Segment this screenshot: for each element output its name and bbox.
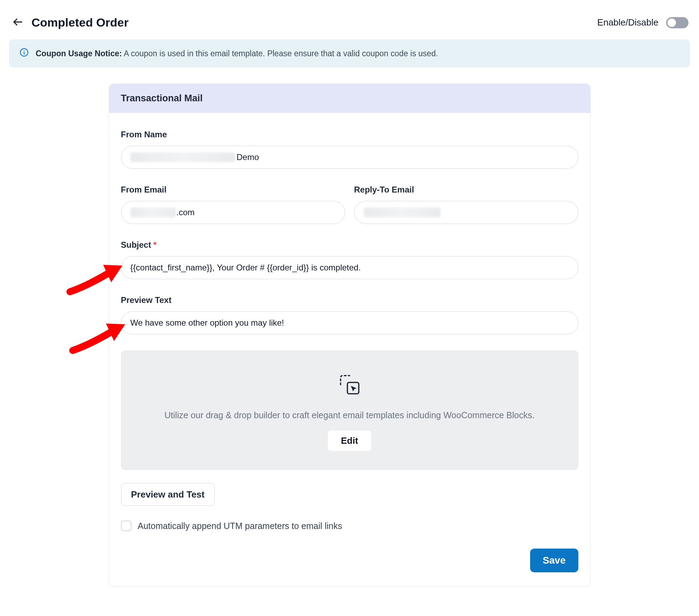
enable-disable-label: Enable/Disable [597, 17, 658, 28]
info-icon [20, 48, 29, 59]
drag-drop-builder-icon [336, 371, 363, 400]
utm-checkbox-label: Automatically append UTM parameters to e… [138, 521, 342, 531]
transactional-mail-card: Transactional Mail From Name Demo From E… [109, 84, 591, 587]
from-name-label: From Name [121, 130, 578, 139]
from-name-input[interactable]: Demo [121, 146, 578, 169]
svg-point-3 [24, 50, 24, 51]
preview-text-input[interactable] [121, 311, 578, 334]
from-email-input[interactable]: .com [121, 201, 345, 224]
preview-and-test-button[interactable]: Preview and Test [121, 483, 215, 506]
annotation-arrow-icon [66, 259, 122, 297]
coupon-usage-notice: Coupon Usage Notice: A coupon is used in… [9, 39, 690, 67]
notice-text: Coupon Usage Notice: A coupon is used in… [36, 49, 438, 58]
redacted-text [364, 208, 441, 217]
utm-checkbox[interactable] [121, 521, 131, 531]
preview-text-label: Preview Text [121, 295, 578, 305]
subject-input[interactable] [121, 256, 578, 279]
enable-disable-toggle[interactable] [666, 17, 689, 28]
reply-to-input[interactable] [354, 201, 578, 224]
builder-description: Utilize our drag & drop builder to craft… [164, 410, 534, 420]
card-title: Transactional Mail [109, 84, 590, 113]
arrow-left-icon [12, 16, 24, 29]
back-button[interactable] [10, 15, 25, 30]
annotation-arrow-icon [69, 317, 125, 356]
page-header: Completed Order Enable/Disable [9, 10, 690, 39]
from-email-label: From Email [121, 185, 345, 195]
template-builder-box: Utilize our drag & drop builder to craft… [121, 350, 578, 470]
notice-message: A coupon is used in this email template.… [122, 49, 438, 58]
redacted-text [130, 152, 235, 162]
save-button[interactable]: Save [530, 549, 578, 572]
from-email-suffix: .com [177, 208, 195, 217]
page-title: Completed Order [31, 16, 129, 29]
edit-template-button[interactable]: Edit [327, 430, 372, 451]
subject-label: Subject* [121, 240, 578, 250]
notice-prefix: Coupon Usage Notice: [36, 49, 122, 58]
from-name-suffix: Demo [237, 152, 259, 162]
reply-to-label: Reply-To Email [354, 185, 578, 195]
redacted-text [130, 208, 176, 217]
